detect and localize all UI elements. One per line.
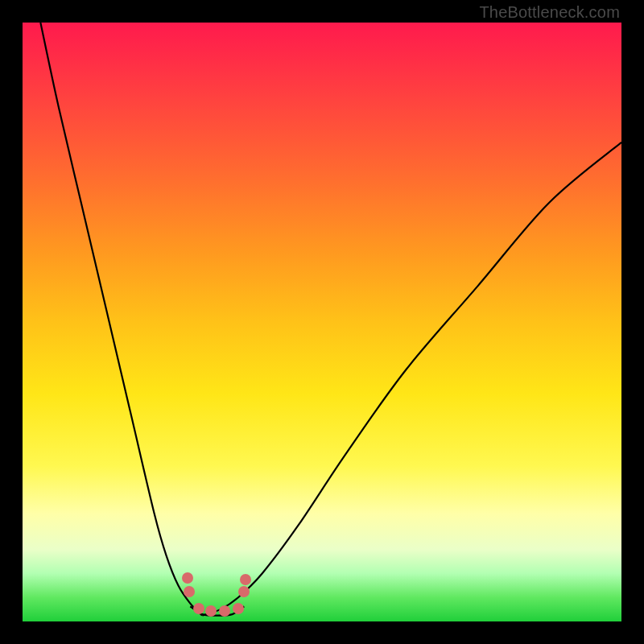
highlight-dots-layer — [23, 23, 621, 621]
highlight-dot — [238, 586, 250, 597]
attribution-text: TheBottleneck.com — [479, 3, 620, 22]
highlight-dot — [205, 605, 217, 617]
highlight-dot — [193, 603, 204, 614]
highlight-dot — [240, 574, 251, 585]
highlight-dot — [219, 605, 230, 617]
highlight-dot — [182, 572, 193, 584]
chart-plot-area — [23, 23, 621, 621]
highlight-dot — [233, 603, 244, 614]
highlight-dot — [184, 586, 195, 597]
